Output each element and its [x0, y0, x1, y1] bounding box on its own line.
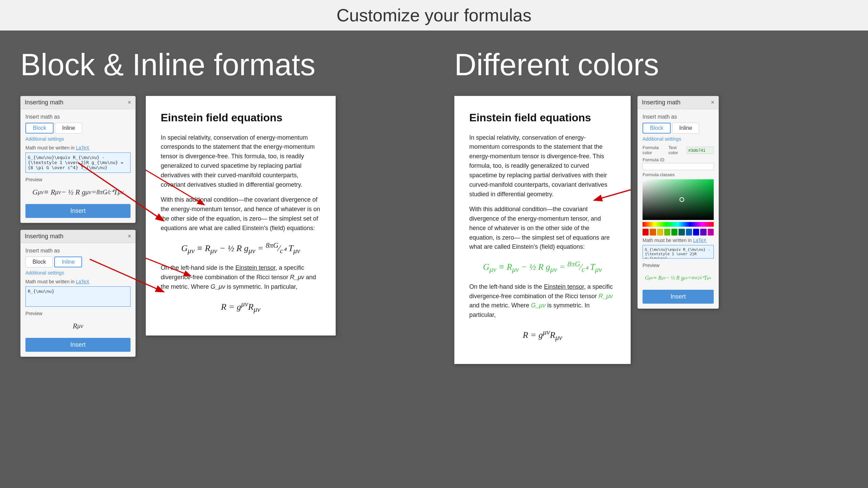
left-dialogs-column: Inserting math × Insert math as Block In… — [20, 96, 136, 357]
swatch-yellow[interactable] — [657, 229, 663, 236]
left-doc-formula2: R = gμνRμν — [161, 299, 321, 315]
formula-classes-label: Formula classes — [643, 172, 714, 177]
dialog2-preview-area: Rμν — [25, 318, 131, 334]
right-dialog-latex-link[interactable]: LaTeX — [693, 238, 707, 243]
dialog2-close-icon[interactable]: × — [127, 233, 131, 240]
right-dialog-insert-label: Insert math as — [643, 114, 714, 120]
dialog2-block-btn[interactable]: Block — [25, 257, 53, 267]
left-doc-p2: With this additional condition—the covar… — [161, 195, 321, 233]
dialog2-insert-label: Insert math as — [25, 248, 131, 254]
page-title: Customize your formulas — [336, 5, 531, 25]
dialog2-btn-group: Block Inline — [25, 257, 131, 267]
dialog1-title: Inserting math — [25, 99, 63, 106]
swatch-green[interactable] — [671, 229, 677, 236]
dialog1-btn-group: Block Inline — [25, 123, 131, 134]
right-section: Different colors Einstein field equation… — [434, 30, 868, 488]
formula-classes-row: Formula classes — [643, 172, 714, 177]
swatch-purple[interactable] — [700, 229, 706, 236]
swatch-teal[interactable] — [678, 229, 685, 236]
dialog2-title: Inserting math — [25, 233, 63, 240]
left-dialog-1: Inserting math × Insert math as Block In… — [20, 96, 136, 223]
dialog1-close-icon[interactable]: × — [127, 99, 131, 106]
right-doc-formula2: R = gμνRμν — [469, 327, 616, 343]
dialog1-latex-input[interactable]: G_{\mu\nu}\equiv R_{\mu\nu} - {\textstyl… — [25, 152, 131, 173]
color-picker-dot — [679, 197, 684, 202]
dialog2-body: Insert math as Block Inline Additional s… — [21, 243, 135, 357]
left-doc-p3: On the left-hand side is the Einstein te… — [161, 263, 321, 292]
right-dialog-block-btn[interactable]: Block — [643, 123, 671, 134]
formula-color-label: Formula color — [643, 145, 668, 155]
text-color-label: Text color — [668, 145, 687, 155]
dialog2-preview-label: Preview — [25, 311, 131, 316]
right-doc-title: Einstein field equations — [469, 109, 616, 126]
right-doc-p2: With this additional condition—the covar… — [469, 205, 616, 252]
swatch-lime[interactable] — [664, 229, 670, 236]
swatch-navy[interactable] — [693, 229, 699, 236]
left-section-content: Inserting math × Insert math as Block In… — [20, 96, 414, 357]
dialog1-additional-settings[interactable]: Additional settings — [25, 136, 131, 142]
dialog1-header: Inserting math × — [21, 96, 135, 109]
left-doc-title: Einstein field equations — [161, 109, 321, 126]
dialog2-inline-btn[interactable]: Inline — [54, 257, 82, 267]
right-dialog: Inserting math × Insert math as Block In… — [637, 96, 719, 309]
left-doc-einstein-link[interactable]: Einstein tensor — [235, 264, 275, 271]
dialog1-preview-area: Gμν ≡ Rμν − ½ R gμν = 8πG⁄c⁴ Tμν — [25, 184, 131, 201]
dialog2-math-label: Math must be written in LaTeX — [25, 279, 131, 284]
right-layout: Einstein field equations In special rela… — [454, 96, 848, 364]
swatch-orange[interactable] — [650, 229, 656, 236]
swatch-blue[interactable] — [686, 229, 692, 236]
dialog1-block-btn[interactable]: Block — [25, 123, 54, 134]
formula-id-row: Formula ID — [643, 157, 714, 170]
dialog2-insert-btn[interactable]: Insert — [25, 338, 131, 352]
dialog2-latex-link[interactable]: LaTeX — [76, 279, 90, 284]
color-hex-input[interactable] — [687, 147, 714, 154]
right-dialog-title: Inserting math — [642, 99, 680, 106]
right-dialog-preview-label: Preview — [643, 263, 714, 268]
right-dialog-inline-btn[interactable]: Inline — [672, 123, 699, 134]
dialog1-inline-btn[interactable]: Inline — [55, 123, 82, 134]
right-dialog-preview-area: Gμν ≡ Rμν − ½ R gμν = 8πG⁄c⁴ Tμν — [643, 269, 714, 286]
dialog1-math-label: Math must be written in LaTeX — [25, 145, 131, 150]
dialog2-additional-settings[interactable]: Additional settings — [25, 270, 131, 276]
color-hue-bar[interactable] — [643, 222, 714, 227]
dialog1-preview-label: Preview — [25, 177, 131, 182]
swatch-pink[interactable] — [708, 229, 714, 236]
swatch-red[interactable] — [643, 229, 649, 236]
right-dialog-math-label: Math must be written in LaTeX — [643, 238, 714, 243]
dialog2-header: Inserting math × — [21, 230, 135, 243]
right-doc-panel: Einstein field equations In special rela… — [454, 96, 631, 364]
right-doc-p1: In special relativity, conservation of e… — [469, 133, 616, 199]
left-doc-formula1: Gμν ≡ Rμν − ½ R gμν = 8πG⁄c⁴ Tμν — [161, 240, 321, 257]
main-content: Block & Inline formats Inserting math × … — [0, 30, 868, 488]
right-dialog-insert-btn[interactable]: Insert — [643, 290, 714, 304]
right-dialog-latex-input[interactable]: G_{\mu\nu}\equiv R_{\mu\nu} - {\textstyl… — [643, 245, 714, 259]
dialog2-latex-input[interactable]: R_{\mu\nu} — [25, 286, 131, 307]
dialog1-insert-label: Insert math as — [25, 114, 131, 120]
left-dialog-2: Inserting math × Insert math as Block In… — [20, 230, 136, 357]
right-doc-einstein-link[interactable]: Einstein tensor — [544, 283, 584, 290]
color-picker-area[interactable] — [643, 179, 714, 220]
left-section-title: Block & Inline formats — [20, 47, 315, 82]
right-doc-formula1: Gμν ≡ Rμν − ½ R gμν = 8πG⁄c⁴ Tμν — [469, 259, 616, 275]
dialog1-insert-btn[interactable]: Insert — [25, 204, 131, 218]
dialog1-body: Insert math as Block Inline Additional s… — [21, 109, 135, 223]
color-row: Formula color Text color — [643, 145, 714, 155]
right-doc-p3: On the left-hand side is the Einstein te… — [469, 282, 616, 320]
color-swatches — [643, 229, 714, 236]
top-bar: Customize your formulas — [0, 0, 868, 30]
right-dialog-header: Inserting math × — [638, 96, 718, 109]
formula-id-label: Formula ID — [643, 157, 714, 162]
right-dialog-body: Insert math as Block Inline Additional s… — [638, 109, 718, 308]
right-dialog-additional-settings[interactable]: Additional settings — [643, 136, 714, 142]
left-section: Block & Inline formats Inserting math × … — [0, 30, 434, 488]
dialog1-latex-link[interactable]: LaTeX — [76, 145, 90, 150]
right-dialog-close-icon[interactable]: × — [711, 99, 714, 106]
left-doc-panel: Einstein field equations In special rela… — [146, 96, 336, 336]
right-dialog-btn-group: Block Inline — [643, 123, 714, 134]
right-section-title: Different colors — [454, 47, 659, 82]
left-doc-p1: In special relativity, conservation of e… — [161, 133, 321, 190]
formula-id-input[interactable] — [643, 163, 714, 170]
